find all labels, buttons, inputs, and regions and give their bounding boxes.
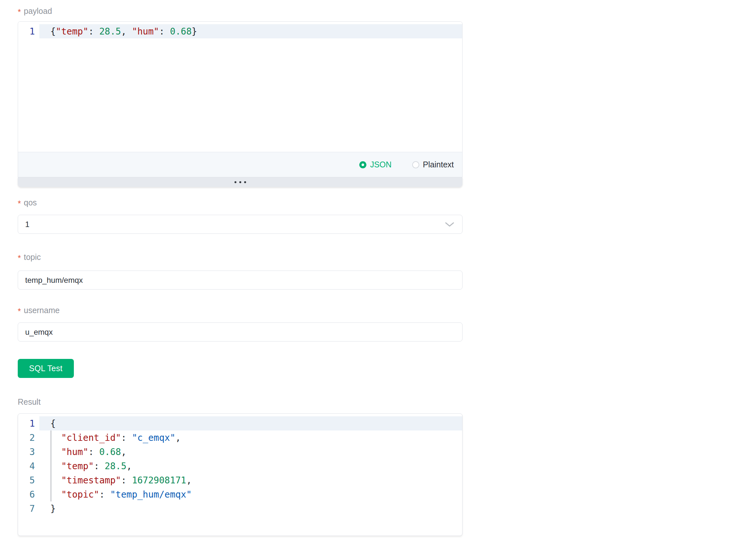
format-radio-json-label: JSON: [370, 160, 391, 169]
topic-input[interactable]: [18, 271, 463, 290]
code-line[interactable]: 1{"temp": 28.5, "hum": 0.68}: [18, 24, 462, 38]
line-number: 5: [18, 475, 39, 486]
code-line: 1{: [18, 416, 462, 431]
line-number: 7: [18, 503, 39, 514]
line-number: 4: [18, 461, 39, 472]
code-line: 6 "topic": "temp_hum/emqx": [18, 487, 462, 501]
code-line: 4 "temp": 28.5,: [18, 459, 462, 473]
result-code-block: 1{2 "client_id": "c_emqx",3 "hum": 0.68,…: [18, 413, 463, 536]
code-line-text: "client_id": "c_emqx",: [39, 431, 462, 445]
qos-select[interactable]: 1: [18, 215, 463, 234]
line-number: 1: [18, 418, 39, 429]
line-number: 2: [18, 432, 39, 443]
line-number: 6: [18, 489, 39, 500]
required-marker: *: [18, 200, 21, 208]
radio-checked-icon[interactable]: [359, 161, 366, 168]
indent-guide: [51, 431, 51, 501]
line-number: 3: [18, 447, 39, 457]
required-marker: *: [18, 307, 21, 315]
sql-test-button[interactable]: SQL Test: [18, 359, 74, 378]
sql-test-form: * payload 1{"temp": 28.5, "hum": 0.68} J…: [0, 0, 756, 536]
required-marker: *: [18, 254, 21, 262]
payload-editor-card: 1{"temp": 28.5, "hum": 0.68} JSON Plaint…: [18, 21, 463, 177]
code-line: 7}: [18, 501, 462, 516]
topic-label-text: topic: [24, 252, 41, 262]
result-label-text: Result: [18, 397, 41, 407]
code-line-text: }: [39, 501, 462, 516]
format-radio-plaintext-label: Plaintext: [423, 160, 454, 169]
editor-resize-handle[interactable]: [18, 177, 463, 187]
code-line-text: "topic": "temp_hum/emqx": [39, 487, 462, 501]
code-line: 3 "hum": 0.68,: [18, 445, 462, 459]
code-line-text: "hum": 0.68,: [39, 445, 462, 459]
username-label: * username: [18, 305, 463, 315]
line-number: 1: [18, 26, 39, 37]
format-radio-plaintext[interactable]: Plaintext: [412, 160, 454, 169]
format-radio-json[interactable]: JSON: [359, 160, 391, 169]
required-marker: *: [18, 8, 21, 16]
username-label-text: username: [24, 305, 60, 315]
radio-unchecked-icon[interactable]: [412, 161, 419, 168]
qos-label: * qos: [18, 197, 463, 208]
ellipsis-drag-handle-icon: [244, 181, 246, 183]
payload-label-text: payload: [24, 6, 52, 16]
payload-label: * payload: [18, 6, 463, 16]
payload-format-bar: JSON Plaintext: [18, 152, 462, 177]
code-line-text: {: [39, 416, 462, 431]
code-line-text: {"temp": 28.5, "hum": 0.68}: [39, 24, 462, 38]
username-input[interactable]: [18, 323, 463, 341]
code-line-text: "temp": 28.5,: [39, 459, 462, 473]
code-line-text: "timestamp": 1672908171,: [39, 473, 462, 487]
ellipsis-drag-handle-icon: [234, 181, 236, 183]
result-label: Result: [18, 397, 463, 407]
code-line: 5 "timestamp": 1672908171,: [18, 473, 462, 487]
payload-code-editor[interactable]: 1{"temp": 28.5, "hum": 0.68}: [18, 21, 462, 152]
code-line: 2 "client_id": "c_emqx",: [18, 431, 462, 445]
qos-select-value: 1: [25, 220, 30, 229]
qos-label-text: qos: [24, 197, 37, 208]
chevron-down-icon: [445, 222, 454, 227]
topic-label: * topic: [18, 252, 463, 262]
ellipsis-drag-handle-icon: [239, 181, 241, 183]
